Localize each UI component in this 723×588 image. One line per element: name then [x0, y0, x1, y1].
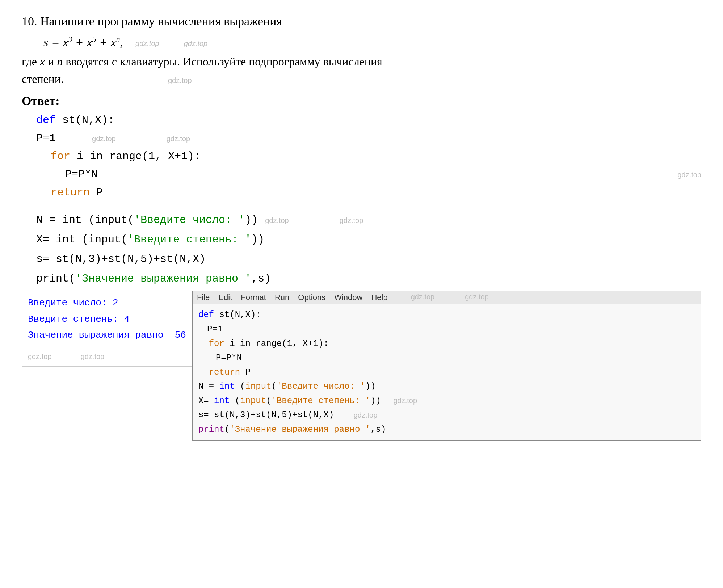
description: где x и n вводятся с клавиатуры. Использ… — [22, 53, 701, 88]
term-vvod: Введите число: 2 — [28, 297, 118, 308]
code-line-3: for i in range(1, X+1): — [51, 148, 701, 165]
ide-kw-int2: int — [214, 396, 230, 406]
watermark-1: gdz.top — [135, 39, 159, 48]
ide-line-6: N = int (input('Введите число: ')) — [198, 379, 695, 394]
desc-text2: степени. — [22, 72, 64, 85]
menu-file[interactable]: File — [197, 293, 210, 302]
watermark-ide4: gdz.top — [354, 409, 378, 421]
watermark-ide3: gdz.top — [393, 395, 417, 407]
bottom-section: Введите число: 2 Введите степень: 4 Знач… — [22, 291, 701, 440]
term-step: Введите степень: 4 — [28, 314, 130, 325]
watermark-ide1: gdz.top — [411, 293, 435, 302]
code-line-1: def st(N,X): — [36, 111, 701, 129]
menu-format[interactable]: Format — [241, 293, 266, 302]
code-x: X= int (input('Введите степень: ')) — [36, 233, 264, 246]
problem-title: 10. Напишите программу вычисления выраже… — [22, 14, 701, 28]
ide-for-content: i in range(1, X+1): — [230, 339, 329, 348]
code-line-4: P=P*N gdz.top — [65, 166, 701, 183]
menu-edit[interactable]: Edit — [218, 293, 232, 302]
watermark-2: gdz.top — [184, 39, 208, 48]
code-p1: P=1 — [36, 130, 56, 147]
code-n: N = int (input('Введите число: ')) — [36, 211, 258, 229]
code-block: def st(N,X): P=1 gdz.top gdz.top for i i… — [36, 111, 701, 201]
watermark-7: gdz.top — [265, 215, 289, 226]
answer-label: Ответ: — [22, 94, 701, 108]
code-line-5: return P — [51, 184, 701, 201]
watermark-wm2: gdz.top — [81, 350, 105, 363]
ide-line-9: print('Значение выражения равно ',s) — [198, 422, 695, 437]
formula-s: s = x3 + x5 + xn, — [43, 35, 123, 49]
ide-kw-input2: input — [240, 396, 266, 406]
ide-kw-return: return — [209, 367, 240, 377]
code-x-line: X= int (input('Введите степень: ')) — [36, 231, 701, 248]
ide-window: File Edit Format Run Options Window Help… — [192, 291, 701, 440]
menu-run[interactable]: Run — [275, 293, 289, 302]
code-s-line: s= st(N,3)+st(N,5)+st(N,X) — [36, 250, 701, 268]
term-line-2: Введите степень: 4 — [28, 311, 186, 327]
ide-line-1: def st(N,X): — [198, 308, 695, 322]
menu-help[interactable]: Help — [371, 293, 387, 302]
code-ppn: P=P*N — [65, 166, 98, 183]
ide-input1: ( — [240, 381, 245, 391]
ide-line-7: X= int (input('Введите степень: ')) gdz.… — [198, 394, 695, 408]
kw-for: for — [51, 150, 70, 162]
code-line-2: P=1 gdz.top gdz.top — [36, 130, 701, 147]
watermark-3: gdz.top — [168, 75, 192, 86]
desc-text: где x и n вводятся с клавиатуры. Использ… — [22, 55, 382, 68]
watermark-4: gdz.top — [92, 133, 116, 144]
watermark-ide2: gdz.top — [465, 293, 489, 302]
code-print: print('Значение выражения равно ',s) — [36, 272, 271, 285]
term-line-1: Введите число: 2 — [28, 295, 186, 311]
term-line-3: Значение выражения равно 56 — [28, 327, 186, 343]
menu-window[interactable]: Window — [334, 293, 362, 302]
ide-kw-for: for — [209, 339, 224, 348]
term-znach: Значение выражения равно 56 — [28, 330, 186, 340]
menu-options[interactable]: Options — [298, 293, 325, 302]
ide-return-p: P — [245, 367, 251, 377]
watermark-5: gdz.top — [167, 133, 190, 144]
watermark-8: gdz.top — [340, 215, 363, 226]
ide-line-4: P=P*N — [216, 351, 695, 365]
ide-kw-input1: input — [245, 381, 272, 391]
code-print-line: print('Значение выражения равно ',s) — [36, 270, 701, 287]
ide-kw-int1: int — [219, 381, 235, 391]
problem-number: 10. — [22, 14, 37, 28]
ide-line-5: return P — [198, 365, 695, 380]
ide-code-content: def st(N,X): P=1 for i in range(1, X+1):… — [193, 304, 701, 440]
ide-menubar: File Edit Format Run Options Window Help… — [193, 291, 701, 304]
watermark-6: gdz.top — [677, 169, 701, 181]
page-content: 10. Напишите программу вычисления выраже… — [22, 14, 701, 441]
terminal-output: Введите число: 2 Введите степень: 4 Знач… — [22, 291, 192, 367]
ide-line-2: P=1 — [207, 322, 695, 337]
kw-def: def — [36, 114, 56, 126]
ide-kw-print: print — [198, 424, 224, 434]
code-return: return P — [51, 184, 103, 201]
ide-func: st( — [219, 310, 235, 320]
ide-line-3: for i in range(1, X+1): — [198, 337, 695, 351]
problem-text: Напишите программу вычисления выражения — [40, 14, 282, 28]
code-n-line: N = int (input('Введите число: ')) gdz.t… — [36, 211, 701, 229]
math-formula: s = x3 + x5 + xn, gdz.top gdz.top — [43, 35, 701, 49]
code-s: s= st(N,3)+st(N,5)+st(N,X) — [36, 253, 206, 265]
ide-line-8: s= st(N,3)+st(N,5)+st(N,X) gdz.top — [198, 408, 695, 422]
watermark-wm1: gdz.top — [28, 350, 52, 363]
ide-kw-def: def — [198, 310, 214, 320]
